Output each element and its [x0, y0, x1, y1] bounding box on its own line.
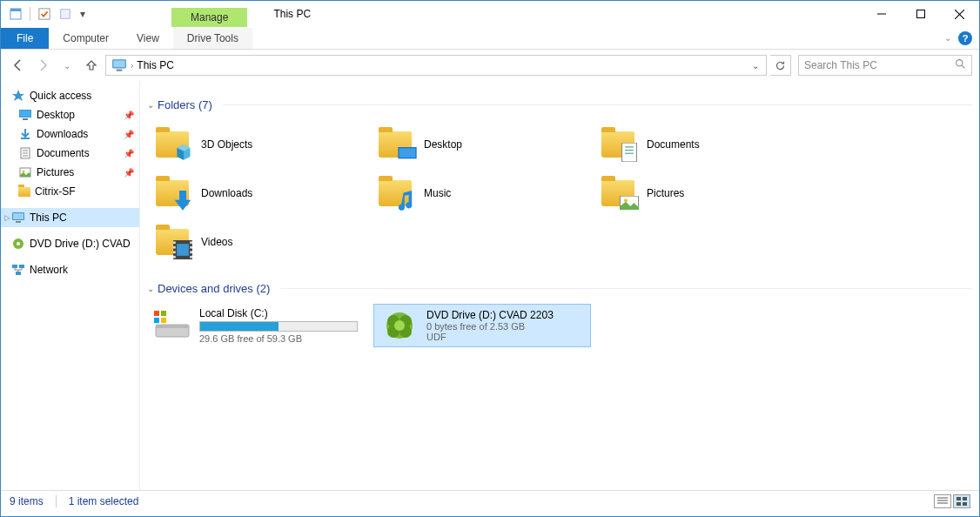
search-box[interactable]: [798, 55, 972, 76]
expand-icon[interactable]: ▷: [4, 213, 10, 222]
sidebar-item-downloads[interactable]: Downloads 📌: [1, 124, 139, 144]
help-icon[interactable]: ?: [958, 31, 972, 45]
folder-videos[interactable]: Videos: [147, 218, 370, 266]
svg-rect-53: [161, 311, 166, 316]
drive-name: Local Disk (C:): [199, 307, 358, 319]
qat-properties-icon[interactable]: [6, 4, 25, 24]
svg-rect-47: [190, 251, 192, 253]
sidebar-dvd-drive[interactable]: DVD Drive (D:) CVAD: [1, 234, 139, 253]
folder-downloads[interactable]: Downloads: [147, 169, 370, 218]
address-dropdown-icon[interactable]: ⌄: [747, 61, 764, 70]
minimize-button[interactable]: [862, 1, 901, 27]
svg-rect-25: [16, 221, 21, 223]
this-pc-icon: [11, 211, 25, 225]
explorer-body: Quick access Desktop 📌 Downloads 📌 Docum…: [1, 81, 979, 490]
sidebar-item-label: DVD Drive (D:) CVAD: [30, 238, 131, 250]
svg-rect-9: [113, 60, 125, 67]
maximize-button[interactable]: [901, 1, 940, 27]
drive-dvd[interactable]: DVD Drive (D:) CVAD 2203 0 bytes free of…: [373, 304, 591, 347]
sidebar-item-documents[interactable]: Documents 📌: [1, 144, 139, 163]
group-header-folders[interactable]: ⌄ Folders (7): [147, 98, 972, 111]
svg-point-11: [957, 60, 963, 66]
sidebar-this-pc[interactable]: ▷ This PC: [1, 208, 139, 227]
chevron-down-icon: ⌄: [147, 284, 154, 293]
sidebar-network[interactable]: Network: [1, 260, 139, 279]
svg-rect-29: [19, 265, 24, 268]
search-input[interactable]: [804, 59, 955, 71]
status-selected-count: 1 item selected: [69, 495, 139, 507]
drive-free-text: 0 bytes free of 2.53 GB: [426, 321, 583, 332]
svg-rect-45: [190, 241, 192, 244]
forward-button[interactable]: [32, 55, 53, 76]
folder-label: 3D Objects: [201, 138, 252, 151]
sidebar-item-label: Citrix-SF: [35, 185, 76, 198]
status-item-count: 9 items: [10, 495, 44, 507]
svg-rect-30: [16, 272, 21, 275]
ribbon-tab-view[interactable]: View: [123, 28, 173, 49]
folder-pictures[interactable]: Pictures: [593, 169, 816, 218]
folder-3d-objects[interactable]: 3D Objects: [147, 120, 370, 169]
folder-music[interactable]: Music: [370, 169, 593, 218]
desktop-icon: [18, 108, 32, 122]
dvd-drive-icon: [381, 307, 418, 344]
drive-capacity-bar: [199, 321, 358, 332]
ribbon-file-tab[interactable]: File: [1, 28, 49, 49]
sidebar-item-label: Quick access: [30, 90, 91, 102]
close-button[interactable]: [940, 1, 979, 27]
sidebar-item-desktop[interactable]: Desktop 📌: [1, 105, 139, 124]
drive-fill: [200, 322, 279, 331]
sidebar-item-label: This PC: [30, 212, 67, 224]
address-bar[interactable]: › This PC ⌄: [105, 55, 767, 76]
context-tab-manage[interactable]: Manage: [171, 8, 247, 27]
folder-icon: [600, 126, 636, 163]
svg-rect-41: [173, 241, 176, 244]
ribbon-tab-drive-tools[interactable]: Drive Tools: [173, 28, 252, 49]
group-header-drives[interactable]: ⌄ Devices and drives (2): [147, 282, 972, 295]
up-button[interactable]: [81, 55, 102, 76]
view-details-button[interactable]: [934, 494, 951, 508]
svg-rect-48: [190, 256, 192, 258]
sidebar-quick-access[interactable]: Quick access: [1, 86, 139, 105]
svg-rect-52: [154, 311, 159, 316]
svg-rect-14: [20, 111, 30, 117]
drive-free-text: 29.6 GB free of 59.3 GB: [199, 333, 358, 344]
svg-line-12: [962, 65, 964, 68]
ribbon-tabs: File Computer View Drive Tools ⌄ ?: [1, 27, 979, 50]
folder-label: Desktop: [424, 138, 462, 151]
qat-customize-icon[interactable]: ▾: [77, 8, 89, 20]
refresh-button[interactable]: [770, 55, 791, 76]
pin-icon: 📌: [124, 111, 134, 120]
address-bar-row: ⌄ › This PC ⌄: [1, 50, 979, 81]
view-large-icons-button[interactable]: [953, 494, 970, 508]
qat-new-icon[interactable]: [56, 4, 75, 24]
drives-grid: Local Disk (C:) 29.6 GB free of 59.3 GB …: [147, 304, 972, 347]
address-path: This PC: [133, 59, 747, 71]
ribbon-tab-computer[interactable]: Computer: [49, 28, 123, 49]
sidebar-item-label: Downloads: [37, 128, 88, 140]
sidebar-item-citrix[interactable]: Citrix-SF: [1, 182, 139, 201]
folder-icon: [154, 126, 191, 163]
svg-rect-54: [154, 318, 159, 323]
hard-drive-icon: [154, 307, 191, 344]
sidebar-item-label: Desktop: [37, 109, 75, 121]
folder-desktop[interactable]: Desktop: [370, 120, 593, 169]
svg-rect-44: [173, 256, 176, 258]
back-button[interactable]: [8, 55, 29, 76]
search-icon[interactable]: [955, 58, 966, 72]
recent-locations-button[interactable]: ⌄: [57, 55, 77, 76]
sidebar-item-label: Documents: [37, 147, 90, 159]
svg-rect-24: [13, 213, 23, 219]
qat-check-icon[interactable]: [35, 4, 54, 24]
pin-icon: 📌: [124, 149, 134, 158]
svg-rect-46: [190, 246, 192, 249]
folder-icon: [154, 224, 191, 260]
content-area: ⌄ Folders (7) 3D Objects Desktop: [140, 81, 979, 490]
group-title: Devices and drives (2): [158, 282, 270, 295]
title-bar: ▾ Manage This PC: [1, 1, 979, 27]
drive-local-disk[interactable]: Local Disk (C:) 29.6 GB free of 59.3 GB: [147, 304, 365, 347]
folder-icon: [377, 126, 413, 163]
ribbon-expand-icon[interactable]: ⌄: [944, 33, 951, 43]
folder-documents[interactable]: Documents: [593, 120, 816, 169]
sidebar-item-pictures[interactable]: Pictures 📌: [1, 163, 139, 182]
folder-label: Downloads: [201, 187, 252, 199]
